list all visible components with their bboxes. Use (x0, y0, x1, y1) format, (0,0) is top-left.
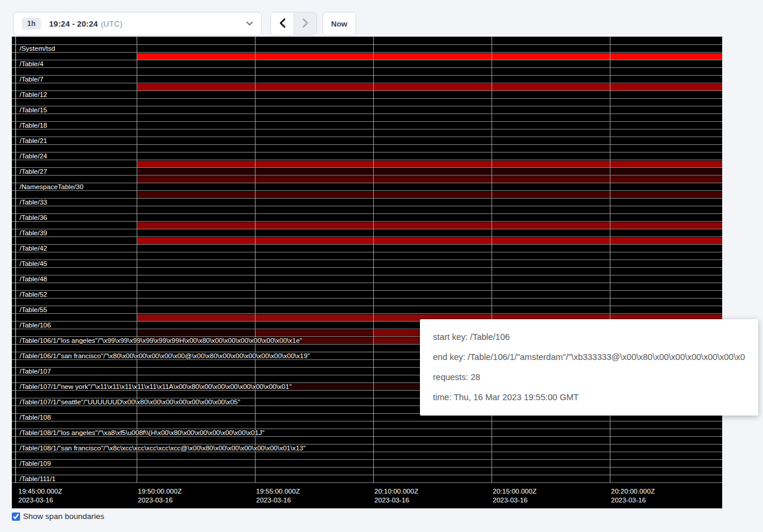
activity-band[interactable] (255, 330, 373, 336)
tooltip-start-key: start key: /Table/106 (433, 330, 745, 343)
activity-band[interactable] (137, 238, 722, 244)
time-range-label: 19:24 - 20:24 (49, 20, 98, 28)
heatmap-row[interactable]: /Table/4 (12, 60, 722, 67)
show-span-boundaries-checkbox[interactable] (12, 512, 20, 521)
heatmap-gap-row[interactable] (12, 267, 722, 275)
heatmap-row[interactable]: /Table/45 (12, 259, 722, 267)
heatmap-row[interactable]: /NamespaceTable/30 (12, 183, 722, 190)
activity-band[interactable] (137, 222, 722, 229)
heatmap-gap-row[interactable] (12, 452, 722, 459)
row-key-label: /Table/24 (20, 152, 47, 160)
heatmap-row[interactable]: /Table/33 (12, 198, 722, 206)
hover-tooltip: start key: /Table/106 end key: /Table/10… (420, 319, 758, 416)
span-boundary-line (255, 37, 256, 483)
heatmap-gap-row[interactable] (12, 160, 722, 167)
heatmap-row[interactable]: /Table/36 (12, 213, 722, 221)
heatmap-gap-row[interactable] (12, 37, 722, 44)
prev-button[interactable] (271, 12, 293, 35)
heatmap-row[interactable]: /Table/12 (12, 90, 722, 98)
row-key-label: /Table/106/1/"los angeles"/"\x99\x99\x99… (20, 336, 302, 345)
timezone-label: (UTC) (101, 20, 122, 28)
activity-band[interactable] (137, 161, 722, 167)
next-button[interactable] (293, 12, 316, 35)
heatmap-gap-row[interactable] (12, 252, 722, 259)
span-boundary-line (373, 37, 374, 483)
heatmap-gap-row[interactable] (12, 421, 722, 429)
activity-band[interactable] (137, 330, 255, 336)
chevron-left-icon (279, 18, 286, 30)
row-key-label: /Table/36 (20, 213, 47, 222)
key-visualizer-heatmap[interactable]: 19:45:00.000Z2023-03-1619:50:00.000Z2023… (12, 37, 722, 508)
time-range-select[interactable]: 1h 19:24 - 20:24 (UTC) (13, 12, 262, 35)
heatmap-row[interactable]: /Table/42 (12, 244, 722, 252)
heatmap-row[interactable]: /Table/39 (12, 229, 722, 236)
heatmap-row[interactable]: /Table/111/1 (12, 475, 722, 482)
heatmap-bottom-line (12, 482, 722, 483)
heatmap-gap-row[interactable] (12, 98, 722, 106)
row-key-label: /Table/27 (20, 167, 47, 176)
axis-tick-label: 19:45:00.000Z2023-03-16 (18, 487, 62, 504)
row-key-label: /Table/107/1/"new york"/"\x11\x11\x11\x1… (20, 382, 292, 391)
heatmap-row[interactable]: /Table/108/1/"san francisco"/"\x8c\xcc\x… (12, 444, 722, 452)
heatmap-gap-row[interactable] (12, 221, 722, 229)
row-key-label: /Table/108 (20, 413, 51, 421)
heatmap-gap-row[interactable] (12, 113, 722, 121)
tooltip-requests: requests: 28 (433, 371, 745, 384)
heatmap-gap-row[interactable] (12, 236, 722, 244)
heatmap-gap-row[interactable] (12, 206, 722, 213)
row-key-label: /Table/108/1/"san francisco"/"\x8c\xcc\x… (20, 444, 306, 452)
heatmap-row[interactable]: /Table/109 (12, 459, 722, 467)
row-key-label: /Table/15 (20, 106, 47, 114)
row-key-label: /Table/106/1/"san francisco"/"\x80\x00\x… (20, 352, 310, 360)
heatmap-gap-row[interactable] (12, 436, 722, 444)
now-button[interactable]: Now (322, 12, 356, 35)
heatmap-row[interactable]: /Table/108/1/"los angeles"/"\xa8\xf5\u00… (12, 429, 722, 436)
heatmap-gap-row[interactable] (12, 83, 722, 90)
heatmap-row[interactable]: /Table/27 (12, 167, 722, 175)
row-key-label: /Table/12 (20, 90, 47, 99)
row-key-label: /Table/21 (20, 137, 47, 145)
axis-tick-label: 20:20:00.000Z2023-03-16 (611, 487, 655, 504)
heatmap-gap-row[interactable] (12, 129, 722, 137)
heatmap-gap-row[interactable] (12, 52, 722, 60)
axis-tick-label: 19:50:00.000Z2023-03-16 (138, 487, 182, 504)
row-key-label: /Table/107/1/"seattle"/"UUUUUUD\x00\x80\… (20, 398, 240, 406)
span-boundary-line (492, 37, 492, 483)
span-boundary-line (610, 37, 610, 483)
heatmap-gap-row[interactable] (12, 67, 722, 75)
row-key-label: /Table/48 (20, 275, 47, 283)
activity-band[interactable] (137, 84, 722, 90)
row-key-label: /Table/18 (20, 121, 47, 129)
heatmap-row[interactable]: /Table/24 (12, 152, 722, 160)
heatmap-row[interactable]: /Table/48 (12, 275, 722, 283)
row-key-label: /Table/42 (20, 244, 47, 252)
heatmap-gap-row[interactable] (12, 144, 722, 152)
activity-band[interactable] (137, 192, 722, 198)
heatmap-row[interactable]: /Table/52 (12, 290, 722, 298)
heatmap-row[interactable]: /Table/21 (12, 137, 722, 144)
row-key-label: /NamespaceTable/30 (20, 183, 83, 191)
axis-tick-label: 19:55:00.000Z2023-03-16 (256, 487, 300, 504)
chevron-right-icon (302, 18, 309, 30)
time-nav-group (270, 12, 317, 35)
heatmap-row[interactable]: /Table/18 (12, 121, 722, 129)
row-key-label: /Table/106 (20, 321, 51, 329)
activity-band[interactable] (137, 53, 722, 60)
heatmap-gap-row[interactable] (12, 298, 722, 306)
tooltip-end-key: end key: /Table/106/1/"amsterdam"/"\xb33… (433, 351, 745, 364)
activity-band[interactable] (137, 176, 722, 183)
show-span-boundaries-toggle[interactable]: Show span boundaries (12, 512, 104, 521)
heatmap-gap-row[interactable] (12, 283, 722, 290)
axis-tick-label: 20:10:00.000Z2023-03-16 (374, 487, 418, 504)
heatmap-gap-row[interactable] (12, 190, 722, 198)
heatmap-row[interactable]: /Table/15 (12, 106, 722, 113)
row-key-label: /Table/111/1 (20, 475, 56, 483)
heatmap-gap-row[interactable] (12, 175, 722, 183)
heatmap-row[interactable]: /Table/7 (12, 75, 722, 83)
heatmap-gap-row[interactable] (12, 467, 722, 475)
chevron-down-icon (246, 21, 253, 26)
heatmap-row[interactable]: /Table/55 (12, 306, 722, 313)
span-boundary-line (15, 37, 16, 483)
activity-band[interactable] (137, 168, 722, 175)
heatmap-row[interactable]: /System/tsd (12, 44, 722, 52)
